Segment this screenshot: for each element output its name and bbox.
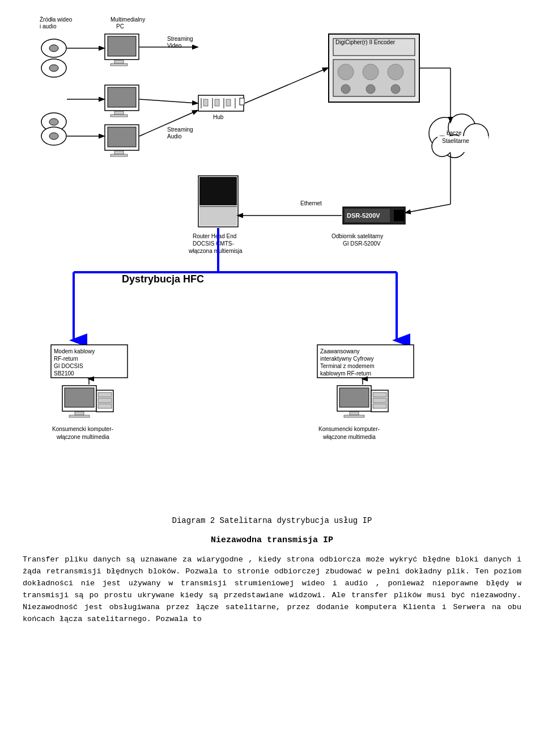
terminal-label4: kablowym RF-return bbox=[320, 370, 371, 377]
konsumencki1-label2: włączone multimedia bbox=[56, 434, 109, 440]
terminal-label1: Zaawansowany bbox=[320, 348, 359, 354]
svg-point-5 bbox=[49, 119, 58, 125]
svg-point-1 bbox=[49, 45, 58, 52]
svg-rect-80 bbox=[350, 412, 359, 415]
source-label: Źródła wideo bbox=[40, 16, 73, 23]
svg-rect-84 bbox=[373, 398, 386, 403]
diagram-caption: Diagram 2 Satelitarna dystrybucja usług … bbox=[23, 516, 521, 525]
svg-line-50 bbox=[245, 68, 328, 103]
modem-label1: Modem kablowy bbox=[54, 348, 95, 354]
svg-point-7 bbox=[49, 133, 58, 140]
svg-point-34 bbox=[388, 64, 403, 80]
svg-rect-79 bbox=[339, 388, 369, 407]
diagram-area: Źródła wideo i audio Multimedialny PC bbox=[23, 11, 521, 505]
multimedialny-label: Multimedialny bbox=[110, 16, 145, 23]
diagram-svg: Źródła wideo i audio Multimedialny PC bbox=[23, 11, 521, 505]
svg-rect-85 bbox=[373, 404, 386, 408]
svg-rect-76 bbox=[98, 404, 112, 408]
svg-rect-58 bbox=[199, 206, 237, 226]
svg-rect-81 bbox=[344, 415, 364, 417]
streaming-audio-label: Streaming bbox=[167, 126, 193, 133]
svg-point-36 bbox=[366, 85, 375, 94]
svg-line-48 bbox=[139, 99, 197, 103]
svg-rect-9 bbox=[108, 36, 136, 56]
encoder-screen-text: DigiCipher(r) II Encoder bbox=[335, 39, 396, 45]
lacze-label2: Staelitarne bbox=[442, 138, 469, 144]
streaming-video-label2: Video bbox=[167, 43, 182, 49]
svg-point-3 bbox=[49, 65, 58, 71]
router-label2: DOCSIS CMTS- bbox=[193, 240, 234, 247]
dystrybucja-label: Dystrybucja HFC bbox=[122, 273, 204, 285]
pc-label: PC bbox=[116, 23, 124, 29]
dsr-label: DSR-5200V bbox=[347, 212, 380, 219]
svg-rect-72 bbox=[69, 415, 90, 417]
streaming-video-label: Streaming bbox=[167, 36, 193, 42]
svg-rect-83 bbox=[373, 392, 386, 397]
svg-rect-55 bbox=[394, 210, 404, 221]
svg-rect-13 bbox=[108, 87, 136, 107]
modem-label2: RF-return bbox=[54, 356, 78, 362]
svg-rect-19 bbox=[110, 154, 128, 157]
ethernet-label: Ethernet bbox=[300, 200, 322, 206]
svg-point-37 bbox=[391, 85, 400, 94]
page-container: Źródła wideo i audio Multimedialny PC bbox=[0, 0, 544, 637]
svg-rect-17 bbox=[108, 127, 136, 147]
svg-rect-11 bbox=[110, 64, 128, 66]
svg-rect-27 bbox=[226, 99, 231, 106]
svg-rect-28 bbox=[240, 98, 244, 105]
svg-rect-18 bbox=[114, 151, 124, 154]
body-text: Transfer pliku danych są uznawane za wia… bbox=[23, 554, 521, 626]
svg-rect-10 bbox=[114, 60, 124, 64]
svg-rect-26 bbox=[215, 99, 219, 106]
lacze-label1: Łącze bbox=[447, 130, 462, 136]
svg-rect-70 bbox=[65, 388, 94, 407]
svg-rect-57 bbox=[199, 177, 237, 205]
konsumencki1-label1: Konsumencki komputer- bbox=[52, 426, 113, 432]
konsumencki2-label1: Konsumencki komputer- bbox=[318, 426, 380, 432]
router-label3: włączona multiemisja bbox=[188, 248, 243, 254]
svg-rect-71 bbox=[75, 412, 84, 415]
konsumencki2-label2: włączone multimedia bbox=[322, 434, 376, 440]
router-label1: Router Head End bbox=[193, 233, 236, 239]
modem-label3: GI DOCSIS bbox=[54, 363, 83, 369]
section-title: Niezawodna transmisja IP bbox=[23, 535, 521, 545]
streaming-audio-label2: Audio bbox=[167, 133, 182, 140]
terminal-label3: Terminal z modemem bbox=[320, 363, 375, 369]
svg-rect-74 bbox=[98, 392, 112, 397]
svg-line-66 bbox=[406, 204, 450, 213]
svg-point-32 bbox=[338, 64, 354, 80]
svg-rect-75 bbox=[98, 398, 112, 403]
svg-rect-25 bbox=[203, 99, 208, 106]
odbiornik-label1: Odbiornik satelitarny bbox=[332, 233, 383, 239]
svg-point-35 bbox=[341, 85, 350, 94]
source-label2: i audio bbox=[40, 23, 57, 29]
odbiornik-label2: GI DSR-5200V bbox=[343, 240, 381, 247]
svg-point-33 bbox=[363, 64, 379, 80]
svg-rect-14 bbox=[114, 111, 124, 115]
hub-label: Hub bbox=[213, 114, 224, 120]
modem-label4: SB2100 bbox=[54, 370, 74, 377]
svg-rect-15 bbox=[110, 115, 128, 117]
terminal-label2: interaktywny Cyfrowy bbox=[320, 356, 373, 362]
